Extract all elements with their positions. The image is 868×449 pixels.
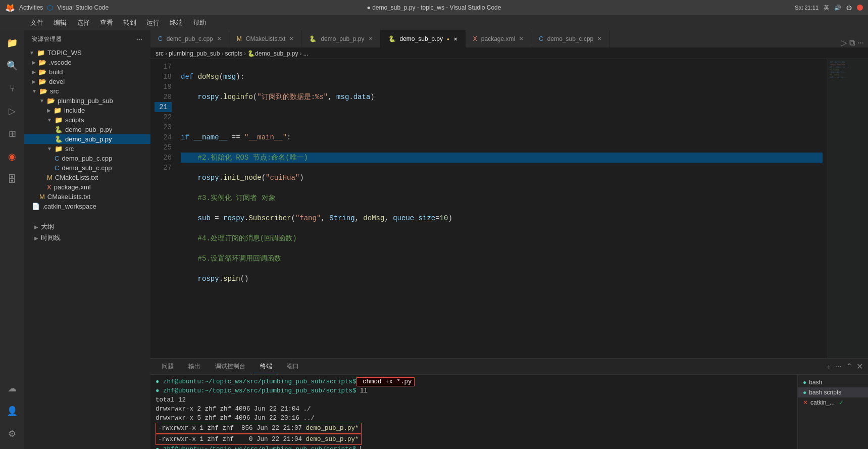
terminal-line-3: total 12 xyxy=(156,395,792,405)
tree-item-build[interactable]: ▶ 📂 build xyxy=(24,67,150,77)
tree-label: build xyxy=(49,68,63,76)
breadcrumb-sep2: › xyxy=(221,50,223,57)
more-actions-icon[interactable]: ··· xyxy=(857,38,864,47)
tab-demo-sub-py[interactable]: 🐍 demo_sub_p.py ● ✕ xyxy=(381,30,466,47)
tab-package-xml[interactable]: X package.xml ✕ xyxy=(466,30,531,47)
terminal-content[interactable]: ● zhf@ubuntu:~/topic_ws/src/plumbing_pub… xyxy=(150,375,797,449)
window-title: ● demo_sub_p.py - topic_ws - Visual Stud… xyxy=(367,4,501,11)
tree-item-src[interactable]: ▼ 📂 src xyxy=(24,86,150,96)
tree-item-demo-sub-cpp[interactable]: C demo_sub_c.cpp xyxy=(24,163,150,173)
tree-item-topic-ws[interactable]: ▼ 📁 TOPIC_WS xyxy=(24,48,150,58)
ros-icon[interactable]: ◉ xyxy=(2,146,22,167)
tree-item-devel[interactable]: ▶ 📂 devel xyxy=(24,77,150,86)
breadcrumb: src › plumbing_pub_sub › scripts › 🐍 dem… xyxy=(150,48,868,59)
settings-icon[interactable]: ⚙ xyxy=(2,424,22,444)
tab-problems[interactable]: 问题 xyxy=(156,360,180,373)
split-editor-icon[interactable]: ⧉ xyxy=(849,38,855,47)
tree-item-timeline[interactable]: ▶ 时间线 xyxy=(32,232,150,243)
terminal-side-bash-scripts[interactable]: ● bash scripts xyxy=(798,387,868,397)
sidebar-more-icon[interactable]: ··· xyxy=(137,36,143,42)
tree-item-demo-sub-py[interactable]: 🐍 demo_sub_p.py xyxy=(24,134,150,144)
run-debug-icon[interactable]: ▷ xyxy=(2,101,22,121)
terminal-side-catkin[interactable]: ✕ catkin_... ✓ xyxy=(798,397,868,408)
maximize-panel-icon[interactable]: ⌃ xyxy=(846,362,852,371)
tree-item-catkin[interactable]: 📄 .catkin_workspace xyxy=(24,202,150,211)
tree-item-demo-pub-cpp[interactable]: C demo_pub_c.cpp xyxy=(24,154,150,163)
code-content[interactable]: def doMsg(msg): rospy.loginfo("订阅到的数据是:%… xyxy=(176,59,828,358)
cpp-file-icon: C xyxy=(55,155,59,162)
activity-bar: 📁 🔍 ⑂ ▷ ⊞ ◉ 🗄 ☁ 👤 ⚙ xyxy=(0,30,24,449)
cmd-highlight-1: chmod +x *.py xyxy=(356,377,415,386)
python-icon: 🐍 xyxy=(309,35,317,42)
tab-label: package.xml xyxy=(481,35,515,42)
tab-demo-pub-cpp[interactable]: C demo_pub_c.cpp ✕ xyxy=(150,30,229,47)
tab-terminal[interactable]: 终端 xyxy=(254,360,278,373)
extensions-icon[interactable]: ⊞ xyxy=(2,124,22,144)
menu-terminal[interactable]: 终端 xyxy=(170,18,183,27)
tree-item-plumbing[interactable]: ▼ 📂 plumbing_pub_sub xyxy=(24,96,150,106)
line-numbers: 17 18 19 20 21 22 23 24 25 26 27 xyxy=(150,59,176,358)
tab-close-icon[interactable]: ✕ xyxy=(453,36,457,42)
tab-close-icon[interactable]: ✕ xyxy=(519,36,523,41)
account-icon[interactable]: 👤 xyxy=(2,401,22,421)
tab-debug-console[interactable]: 调试控制台 xyxy=(209,360,251,373)
tree-item-outline[interactable]: ▶ 大纲 xyxy=(32,221,150,232)
tab-ports[interactable]: 端口 xyxy=(281,360,305,373)
tree-label: demo_pub_c.cpp xyxy=(62,155,112,162)
tab-label: demo_pub_p.py xyxy=(321,35,364,42)
bash-label: bash xyxy=(809,379,822,386)
tree-item-vscode[interactable]: ▶ 📂 .vscode xyxy=(24,58,150,67)
tab-cmake[interactable]: M CMakeLists.txt ✕ xyxy=(229,30,302,47)
remote-icon[interactable]: ☁ xyxy=(2,378,22,398)
menu-file[interactable]: 文件 xyxy=(30,18,43,27)
database-icon[interactable]: 🗄 xyxy=(2,169,22,189)
terminal-side-bash[interactable]: ● bash xyxy=(798,377,868,387)
tree-item-cmake-root[interactable]: M CMakeLists.txt xyxy=(24,192,150,202)
run-icon[interactable]: ▷ xyxy=(841,38,847,47)
tab-demo-sub-cpp[interactable]: C demo_sub_c.cpp ✕ xyxy=(531,30,609,47)
tree-item-cmake-plumbing[interactable]: M CMakeLists.txt xyxy=(24,173,150,182)
chevron-down-icon: ▼ xyxy=(32,88,37,94)
code-editor[interactable]: 17 18 19 20 21 22 23 24 25 26 27 def doM… xyxy=(150,59,828,358)
tab-close-icon[interactable]: ✕ xyxy=(217,36,221,41)
breadcrumb-scripts: scripts xyxy=(225,50,242,57)
sidebar: 资源管理器 ··· ▼ 📁 TOPIC_WS ▶ 📂 .vscode ▶ 📂 b… xyxy=(24,30,150,449)
menu-run[interactable]: 运行 xyxy=(146,18,160,27)
sidebar-header: 资源管理器 ··· xyxy=(24,30,150,48)
tab-close-icon[interactable]: ✕ xyxy=(369,36,373,41)
tree-item-demo-pub-py[interactable]: 🐍 demo_pub_p.py xyxy=(24,125,150,134)
catkin-x-icon: ✕ xyxy=(803,399,808,406)
tree-item-scripts[interactable]: ▼ 📁 scripts xyxy=(24,115,150,125)
window-close-btn[interactable] xyxy=(857,5,863,11)
tree-label: CMakeLists.txt xyxy=(47,193,90,201)
tree-item-src2[interactable]: ▼ 📁 src xyxy=(24,144,150,154)
tree-label: scripts xyxy=(65,116,84,124)
new-terminal-icon[interactable]: + xyxy=(827,363,831,371)
close-panel-icon[interactable]: ✕ xyxy=(856,362,863,371)
source-control-icon[interactable]: ⑂ xyxy=(2,78,22,98)
chevron-down-icon: ▼ xyxy=(47,117,52,123)
activities-label: Activities xyxy=(19,4,43,11)
tab-label: CMakeLists.txt xyxy=(246,35,286,42)
tree-item-package-xml[interactable]: X package.xml xyxy=(24,182,150,192)
menu-help[interactable]: 帮助 xyxy=(193,18,206,27)
tree-label: package.xml xyxy=(54,183,91,191)
menu-edit[interactable]: 编辑 xyxy=(54,18,67,27)
menu-goto[interactable]: 转到 xyxy=(123,18,136,27)
cpp-file-icon: C xyxy=(55,164,59,172)
tab-label: demo_sub_c.cpp xyxy=(547,35,593,42)
breadcrumb-dots: ... xyxy=(303,50,309,57)
tab-demo-pub-py[interactable]: 🐍 demo_pub_p.py ✕ xyxy=(301,30,380,47)
menu-view[interactable]: 查看 xyxy=(100,18,113,27)
tab-output[interactable]: 输出 xyxy=(182,360,207,373)
tab-close-icon[interactable]: ✕ xyxy=(597,36,601,41)
explorer-icon[interactable]: 📁 xyxy=(2,33,22,53)
breadcrumb-src: src xyxy=(156,50,164,57)
terminal-more-icon[interactable]: ··· xyxy=(835,362,842,371)
tree-item-include[interactable]: ▶ 📁 include xyxy=(24,106,150,115)
search-icon[interactable]: 🔍 xyxy=(2,56,22,76)
tree-label: TOPIC_WS xyxy=(47,49,82,57)
menu-select[interactable]: 选择 xyxy=(77,18,90,27)
tree-label: include xyxy=(64,107,85,114)
tab-close-icon[interactable]: ✕ xyxy=(289,36,293,41)
